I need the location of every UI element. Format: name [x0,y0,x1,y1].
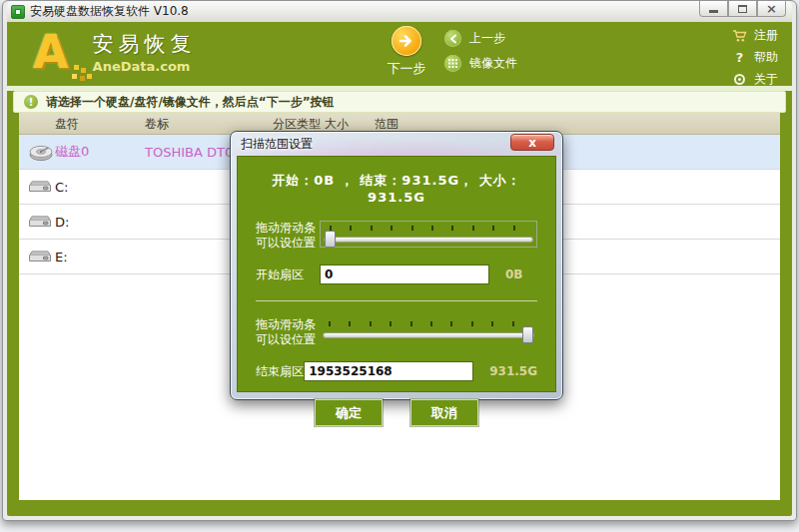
image-file-button[interactable]: 镜像文件 [444,55,517,72]
end-sector-size: 931.5G [489,364,537,378]
image-file-label: 镜像文件 [469,55,517,72]
about-icon [731,74,748,85]
prev-step-button[interactable]: 上一步 [444,30,517,47]
end-sector-row: 结束扇区 931.5G [256,361,537,381]
window-title: 安易硬盘数据恢复软件 V10.8 [30,3,189,20]
maximize-button[interactable] [728,1,757,17]
header-links: 注册 ? 帮助 关于 [731,27,778,93]
next-step-button[interactable]: 下一步 [375,26,438,78]
dialog-title: 扫描范围设置 [241,136,313,153]
slider-groove [325,238,532,242]
column-volume: 卷标 [145,116,169,133]
app-header: A 安易恢复 AneData.com 下一步 [7,22,792,86]
next-arrow-icon [392,26,421,56]
drive-name: C: [55,180,68,195]
dialog-close-icon: x [528,137,536,149]
close-icon: × [766,2,777,15]
screen: 安易硬盘数据恢复软件 V10.8 × A 安易恢复 AneData.com [0,0,799,532]
ok-button[interactable]: 确定 [315,399,383,426]
end-sector-label: 结束扇区 [256,363,304,380]
prev-arrow-icon [444,30,461,47]
slider-ticks [330,226,530,231]
dialog-titlebar[interactable]: 扫描范围设置 x [231,132,562,156]
minimize-icon [709,10,718,13]
help-link[interactable]: ? 帮助 [731,49,778,66]
hint-line2: 可以设位置 [256,236,316,250]
end-sector-input[interactable] [304,361,473,381]
end-slider-thumb[interactable] [522,326,533,343]
dialog-buttons: 确定 取消 [256,399,537,426]
start-slider[interactable] [320,221,537,248]
logo-text: 安易恢复 AneData.com [93,30,197,74]
start-sector-input[interactable] [320,265,489,284]
drive-icon [28,247,52,268]
dialog-close-button[interactable]: x [510,134,554,151]
info-icon: ! [24,95,38,109]
start-slider-thumb[interactable] [325,231,336,248]
register-link[interactable]: 注册 [731,27,778,44]
app-logo: A 安易恢复 AneData.com [33,28,197,76]
brand-name: 安易恢复 [93,30,197,58]
window-controls: × [699,1,786,17]
maximize-icon [738,5,747,13]
scan-range-dialog: 扫描范围设置 x 开始：0B ， 结束：931.5G， 大小：931.5G 拖动… [230,131,563,400]
end-slider-hint: 拖动滑动条 可以设位置 [256,317,320,347]
info-bar-text: 请选择一个硬盘/盘符/镜像文件，然后点“下一步”按钮 [46,94,335,111]
start-sector-row: 开始扇区 0B [256,265,537,284]
dialog-separator [256,300,537,301]
cancel-button[interactable]: 取消 [410,399,478,426]
cart-icon [731,29,748,43]
prev-step-label: 上一步 [469,30,505,47]
nav-side: 上一步 镜像文件 [444,30,517,80]
minimize-button[interactable] [699,1,728,17]
start-slider-hint: 拖动滑动条 可以设位置 [256,221,320,251]
end-slider[interactable] [320,317,537,344]
drive-name: 磁盘0 [55,143,89,161]
slider-ticks [329,321,531,326]
hint-line1: 拖动滑动条 [256,317,316,331]
hint-line2: 可以设位置 [256,332,316,346]
about-label: 关于 [754,71,778,88]
drive-name: E: [55,250,68,265]
image-file-icon [444,55,461,72]
help-icon: ? [731,50,748,65]
close-button[interactable]: × [757,1,786,17]
start-sector-size: 0B [505,267,523,281]
about-link[interactable]: 关于 [731,71,778,88]
info-bar: ! 请选择一个硬盘/盘符/镜像文件，然后点“下一步”按钮 [13,91,786,113]
app-icon [11,5,25,19]
window-titlebar: 安易硬盘数据恢复软件 V10.8 × [7,1,792,22]
range-summary: 开始：0B ， 结束：931.5G， 大小：931.5G [256,172,537,205]
slider-groove [324,333,533,337]
hdd-icon [28,142,54,167]
drive-name: D: [55,215,69,230]
drive-icon [28,177,52,199]
help-label: 帮助 [754,49,778,66]
drive-icon [28,212,52,234]
brand-domain: AneData.com [93,59,197,74]
dialog-content: 开始：0B ， 结束：931.5G， 大小：931.5G 拖动滑动条 可以设位置… [237,156,556,392]
hint-line1: 拖动滑动条 [256,221,316,235]
start-slider-row: 拖动滑动条 可以设位置 [256,221,537,251]
next-step-label: 下一步 [375,60,438,78]
start-sector-label: 开始扇区 [256,266,320,283]
end-slider-row: 拖动滑动条 可以设位置 [256,317,537,347]
logo-a-icon: A [33,28,69,76]
column-drive: 盘符 [55,116,79,133]
volume-label: TOSHIBA DT01 [145,145,241,160]
register-label: 注册 [754,27,778,44]
